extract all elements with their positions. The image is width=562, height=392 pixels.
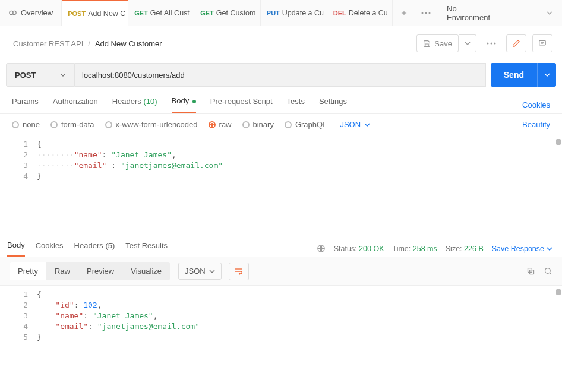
tab-prerequest[interactable]: Pre-request Script [210,97,273,113]
config-tabs: Params Authorization Headers (10) Body P… [0,87,562,114]
svg-line-18 [550,273,551,274]
raw-format-label: JSON [340,120,361,129]
method-badge: PUT [267,10,280,17]
beautify-button[interactable]: Beautify [522,120,550,129]
view-mode-segment: Pretty Raw Preview Visualize [10,262,170,280]
save-icon [423,40,431,48]
save-options-button[interactable] [459,34,476,52]
code-area[interactable]: { "id": 102, "name": "Janet James", "ema… [34,286,562,392]
breadcrumb-row: Customer REST API / Add New Customer Sav… [0,26,562,63]
more-tabs-button[interactable] [415,12,437,14]
send-options-button[interactable] [537,63,556,87]
resp-tab-headers[interactable]: Headers (5) [74,241,115,256]
svg-point-9 [494,43,496,45]
request-tab[interactable]: POST Add New C [62,0,128,26]
request-tab[interactable]: GET Get Custom [194,0,261,26]
save-response-button[interactable]: Save Response [492,245,552,253]
time-block: Time: 258 ms [393,245,437,253]
tab-params[interactable]: Params [12,97,39,113]
resp-tab-body[interactable]: Body [7,241,25,257]
body-type-graphql[interactable]: GraphQL [285,120,327,129]
request-tab[interactable]: DEL Delete a Cu [327,0,393,26]
save-button[interactable]: Save [416,34,459,52]
save-label: Save [434,39,452,48]
chevron-down-icon [60,72,66,78]
body-type-binary[interactable]: binary [242,120,274,129]
status-block: Status: 200 OK [334,245,384,253]
response-view-options: Pretty Raw Preview Visualize JSON [0,257,562,286]
view-preview[interactable]: Preview [78,262,122,280]
svg-point-5 [425,12,427,14]
wrap-lines-button[interactable] [229,263,249,280]
svg-point-8 [491,43,492,45]
body-type-raw[interactable]: raw [209,120,232,129]
copy-response-button[interactable] [526,267,535,276]
svg-rect-10 [539,40,546,45]
scrollbar[interactable] [556,139,561,145]
response-format-selector[interactable]: JSON [178,263,222,280]
tab-headers[interactable]: Headers (10) [112,97,157,113]
tab-title: Add New C [88,10,125,18]
raw-format-selector[interactable]: JSON [340,120,370,129]
body-label: Body [172,96,190,105]
response-tabs: Body Cookies Headers (5) Test Results St… [0,233,562,257]
method-badge: POST [68,10,86,17]
url-input[interactable] [75,63,486,87]
line-gutter: 1234 [0,135,34,233]
method-label: POST [15,71,36,80]
environment-selector[interactable]: No Environment [437,0,562,26]
tab-body[interactable]: Body [172,96,196,113]
comments-button[interactable] [532,34,552,52]
code-area[interactable]: { ········"name": "Janet James", ·······… [34,135,562,233]
edit-button[interactable] [506,34,526,52]
headers-count: (10) [143,97,157,106]
tab-authorization[interactable]: Authorization [53,97,98,113]
breadcrumb-current: Add New Customer [95,39,162,48]
method-badge: GET [134,10,148,17]
method-selector[interactable]: POST [6,63,75,87]
send-button[interactable]: Send [491,63,537,87]
top-tab-bar: Overview POST Add New C GET Get All Cust… [0,0,562,26]
scrollbar[interactable] [556,289,561,295]
breadcrumb-sep: / [88,39,90,48]
view-pretty[interactable]: Pretty [10,262,46,280]
svg-point-4 [421,12,423,14]
view-visualize[interactable]: Visualize [122,262,170,280]
method-badge: DEL [333,10,346,17]
chevron-down-icon [547,246,552,252]
request-tab[interactable]: PUT Update a Cu [261,0,327,26]
response-body-editor[interactable]: 12345 { "id": 102, "name": "Janet James"… [0,286,562,392]
request-bar: POST Send [0,63,562,87]
request-tab[interactable]: GET Get All Cust [128,0,194,26]
method-badge: GET [200,10,214,17]
svg-point-6 [428,12,430,14]
tab-title: Get Custom [216,9,256,17]
tab-title: Delete a Cu [349,9,388,17]
request-body-editor[interactable]: 1234 { ········"name": "Janet James", ··… [0,135,562,233]
overview-tab[interactable]: Overview [0,0,62,26]
resp-tab-tests[interactable]: Test Results [125,241,168,256]
view-raw[interactable]: Raw [46,262,78,280]
svg-point-7 [487,43,489,45]
cookies-link[interactable]: Cookies [522,100,550,109]
body-type-none[interactable]: none [12,120,40,129]
body-type-formdata[interactable]: form-data [50,120,94,129]
tab-tests[interactable]: Tests [287,97,305,113]
line-gutter: 12345 [0,286,34,392]
tab-settings[interactable]: Settings [319,97,347,113]
breadcrumb-collection[interactable]: Customer REST API [13,39,83,48]
headers-label: Headers [112,97,141,106]
search-response-button[interactable] [544,267,552,276]
tab-title: Get All Cust [150,9,190,17]
network-icon[interactable] [317,244,326,253]
chevron-down-icon [209,268,215,274]
resp-tab-cookies[interactable]: Cookies [36,241,64,256]
svg-point-17 [545,268,551,274]
tab-title: Update a Cu [282,9,324,17]
overview-icon [8,8,17,17]
body-type-xurl[interactable]: x-www-form-urlencoded [105,120,198,129]
overview-label: Overview [21,8,53,17]
more-actions-button[interactable] [482,34,500,52]
new-tab-button[interactable] [393,9,415,17]
size-block: Size: 226 B [446,245,484,253]
